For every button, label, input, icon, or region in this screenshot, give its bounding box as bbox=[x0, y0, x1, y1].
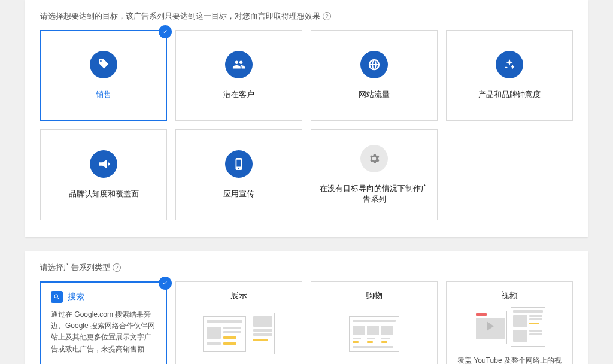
type-card-search[interactable]: 搜索 通过在 Google.com 搜索结果旁边、Google 搜索网络合作伙伴… bbox=[40, 281, 167, 364]
type-title: 购物 bbox=[366, 290, 383, 301]
shopping-thumbnail bbox=[321, 307, 427, 361]
goal-label: 销售 bbox=[96, 89, 111, 100]
goal-card-sales[interactable]: 销售 bbox=[40, 30, 167, 121]
goal-card-no-goal[interactable]: 在没有目标导向的情况下制作广告系列 bbox=[311, 129, 438, 220]
type-title: 搜索 bbox=[68, 292, 84, 302]
check-icon bbox=[159, 277, 172, 290]
type-header: 展示 bbox=[186, 290, 292, 301]
type-panel: 请选择广告系列类型 ? 搜索 通过在 Google.com 搜索结果旁边、Goo… bbox=[25, 251, 588, 364]
megaphone-icon bbox=[90, 150, 117, 178]
goal-card-app-promo[interactable]: 应用宣传 bbox=[175, 129, 302, 220]
type-header: 搜索 bbox=[51, 291, 156, 303]
goal-label: 应用宣传 bbox=[223, 189, 254, 199]
type-heading-row: 请选择广告系列类型 ? bbox=[40, 262, 573, 273]
video-thumbnail bbox=[456, 307, 563, 350]
search-icon bbox=[51, 291, 63, 303]
gear-icon bbox=[360, 145, 388, 172]
goal-panel: 请选择想要达到的目标，该广告系列只要达到这一目标，对您而言即取得理想效果 ? 销… bbox=[25, 0, 588, 237]
phone-icon bbox=[225, 150, 253, 178]
goal-label: 潜在客户 bbox=[223, 89, 254, 100]
display-thumbnail bbox=[186, 307, 292, 361]
sparkle-icon bbox=[496, 51, 523, 78]
goal-heading-row: 请选择想要达到的目标，该广告系列只要达到这一目标，对您而言即取得理想效果 ? bbox=[40, 11, 573, 22]
goal-grid: 销售 潜在客户 网站流量 产品和品牌钟意度 品牌认知度和覆盖面 bbox=[40, 30, 573, 220]
type-header: 购物 bbox=[321, 290, 427, 301]
goal-card-traffic[interactable]: 网站流量 bbox=[311, 30, 438, 121]
type-heading: 请选择广告系列类型 bbox=[40, 262, 110, 273]
type-description: 通过在 Google.com 搜索结果旁边、Google 搜索网络合作伙伴网站上… bbox=[51, 309, 156, 355]
type-card-video[interactable]: 视频 覆盖 YouTub bbox=[446, 281, 573, 364]
type-caption: 覆盖 YouTube 及整个网络上的视频观看者，吸引他们与广告互动 bbox=[456, 355, 563, 364]
goal-label: 在没有目标导向的情况下制作广告系列 bbox=[317, 183, 431, 205]
check-icon bbox=[159, 25, 172, 38]
tag-icon bbox=[90, 51, 117, 78]
goal-card-brand-awareness[interactable]: 品牌认知度和覆盖面 bbox=[40, 129, 167, 220]
type-title: 视频 bbox=[501, 290, 518, 301]
type-card-display[interactable]: 展示 在整个网络上投放各 bbox=[175, 281, 302, 364]
help-icon[interactable]: ? bbox=[113, 263, 121, 272]
goal-card-brand-consideration[interactable]: 产品和品牌钟意度 bbox=[446, 30, 573, 121]
globe-icon bbox=[360, 51, 388, 78]
help-icon[interactable]: ? bbox=[323, 12, 331, 20]
goal-label: 产品和品牌钟意度 bbox=[478, 89, 541, 100]
goal-label: 品牌认知度和覆盖面 bbox=[69, 189, 139, 199]
type-title: 展示 bbox=[230, 290, 247, 301]
goal-label: 网站流量 bbox=[359, 89, 390, 100]
goal-card-leads[interactable]: 潜在客户 bbox=[175, 30, 302, 121]
goal-heading: 请选择想要达到的目标，该广告系列只要达到这一目标，对您而言即取得理想效果 bbox=[40, 11, 320, 22]
people-icon bbox=[225, 51, 253, 78]
type-header: 视频 bbox=[456, 290, 563, 301]
type-grid: 搜索 通过在 Google.com 搜索结果旁边、Google 搜索网络合作伙伴… bbox=[40, 281, 573, 364]
type-card-shopping[interactable]: 购物 投放购物广告来宣传您的产品 bbox=[311, 281, 438, 364]
